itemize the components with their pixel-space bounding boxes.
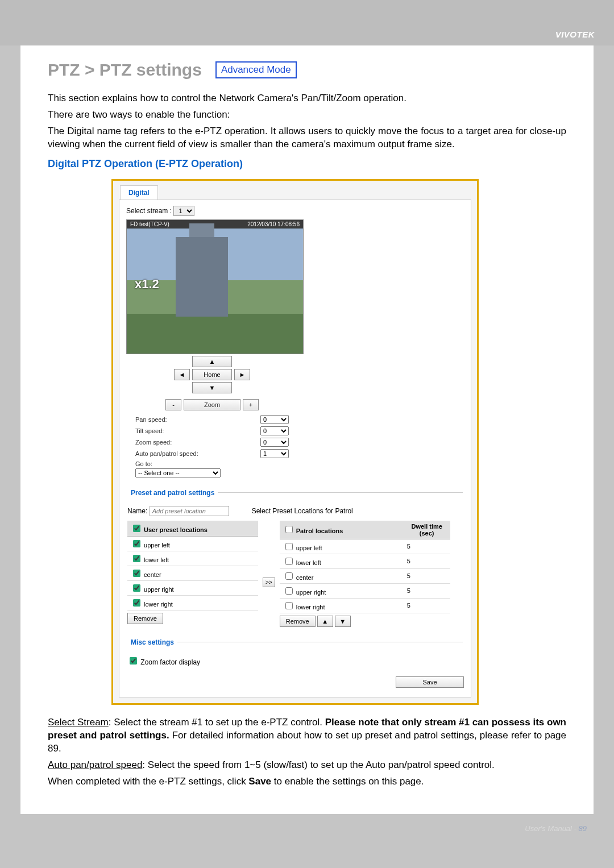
- preset-label: lower right: [144, 601, 173, 608]
- dwell-value: 5: [404, 539, 450, 554]
- patrol-header-checkbox[interactable]: [285, 526, 293, 533]
- save-button[interactable]: Save: [396, 676, 464, 688]
- text: When completed with the e-PTZ settings, …: [48, 776, 248, 787]
- auto-speed-head: Auto pan/patrol speed: [48, 759, 142, 770]
- zoom-speed-label: Zoom speed:: [135, 439, 172, 446]
- preset-checkbox[interactable]: [133, 599, 140, 607]
- preset-name-input[interactable]: [150, 506, 229, 516]
- auto-speed-select[interactable]: 1: [260, 449, 289, 458]
- user-preset-header: User preset locations: [144, 526, 208, 533]
- auto-speed-label: Auto pan/patrol speed:: [135, 450, 198, 457]
- tab-digital[interactable]: Digital: [120, 185, 158, 200]
- tilt-speed-select[interactable]: 0: [260, 426, 289, 435]
- patrol-label: lower left: [296, 559, 321, 566]
- zoom-in-button[interactable]: +: [243, 399, 259, 410]
- dwell-value: 5: [404, 554, 450, 568]
- patrol-checkbox[interactable]: [285, 587, 293, 595]
- preset-label: lower left: [144, 556, 169, 563]
- goto-label: Go to:: [135, 460, 289, 467]
- patrol-label: center: [296, 574, 314, 581]
- footer: User's Manual - 89: [0, 814, 614, 867]
- dwell-value: 5: [404, 598, 450, 613]
- select-stream-dropdown[interactable]: 1: [173, 206, 194, 216]
- preset-patrol-legend: Preset and patrol settings: [127, 489, 218, 497]
- mode-tag: Advanced Mode: [215, 61, 297, 78]
- misc-settings-legend: Misc settings: [127, 638, 177, 646]
- dwell-header: Dwell time (sec): [404, 521, 450, 539]
- zoom-out-button[interactable]: -: [165, 399, 181, 410]
- tilt-up-button[interactable]: ▲: [192, 356, 232, 367]
- patrol-checkbox[interactable]: [285, 543, 293, 550]
- ptz-controls: ▲ ◄ Home ► ▼ - Zoom + Pan speed: 0: [135, 354, 289, 477]
- table-row: upper right: [127, 580, 258, 595]
- section-heading: Digital PTZ Operation (E-PTZ Operation): [48, 158, 566, 170]
- dpad: ▲ ◄ Home ► ▼: [135, 356, 289, 393]
- dwell-value: 5: [404, 568, 450, 583]
- table-row: upper left: [127, 536, 258, 551]
- video-timestamp: 2012/03/10 17:08:56: [247, 221, 300, 227]
- zoom-factor-display-label: Zoom factor display: [140, 658, 200, 666]
- add-to-patrol-button[interactable]: >>: [263, 578, 275, 587]
- patrol-table: Patrol locations Dwell time (sec) upper …: [280, 521, 450, 613]
- patrol-header: Patrol locations: [296, 528, 343, 534]
- save-line-paragraph: When completed with the e-PTZ settings, …: [48, 775, 566, 788]
- table-row: lower right: [127, 595, 258, 610]
- intro-line-2: There are two ways to enable the functio…: [48, 109, 566, 122]
- select-stream-row: Select stream : 1: [126, 206, 464, 216]
- text: : Select the stream #1 to set up the e-P…: [109, 717, 325, 728]
- select-stream-head: Select Stream: [48, 717, 109, 728]
- page-title: PTZ > PTZ settings: [48, 60, 202, 80]
- pan-right-button[interactable]: ►: [234, 369, 250, 380]
- pan-speed-select[interactable]: 0: [260, 415, 289, 424]
- table-row: upper left5: [280, 539, 450, 554]
- table-row: lower right5: [280, 598, 450, 613]
- preset-checkbox[interactable]: [133, 584, 140, 592]
- patrol-remove-button[interactable]: Remove: [280, 616, 316, 627]
- preset-patrol-group: Preset and patrol settings Name: Select …: [127, 489, 463, 627]
- patrol-checkbox[interactable]: [285, 602, 293, 609]
- zoom-label: Zoom: [184, 399, 240, 410]
- select-stream-label: Select stream :: [126, 207, 172, 215]
- page-number: 89: [579, 824, 587, 833]
- select-patrol-label: Select Preset Locations for Patrol: [252, 507, 353, 515]
- user-preset-remove-button[interactable]: Remove: [127, 613, 163, 624]
- misc-settings-group: Misc settings Zoom factor display: [127, 638, 463, 666]
- select-stream-paragraph: Select Stream: Select the stream #1 to s…: [48, 716, 566, 755]
- preset-label: upper right: [144, 586, 174, 593]
- video-preview: FD test(TCP-V) 2012/03/10 17:08:56 x1.2: [126, 219, 304, 354]
- patrol-move-down-button[interactable]: ▼: [335, 616, 351, 627]
- eptz-panel: Digital Select stream : 1 FD test(TCP-V)…: [111, 179, 479, 705]
- preset-label: center: [144, 571, 161, 578]
- home-button[interactable]: Home: [192, 369, 232, 380]
- patrol-checkbox[interactable]: [285, 572, 293, 580]
- text: : Select the speed from 1~5 (slow/fast) …: [142, 759, 494, 770]
- dwell-value: 5: [404, 583, 450, 598]
- patrol-checkbox[interactable]: [285, 558, 293, 565]
- pan-left-button[interactable]: ◄: [174, 369, 190, 380]
- user-preset-header-checkbox[interactable]: [133, 525, 140, 532]
- name-label: Name:: [127, 507, 147, 515]
- patrol-label: lower right: [296, 604, 325, 610]
- tilt-down-button[interactable]: ▼: [192, 382, 232, 393]
- user-preset-table: User preset locations upper left lower l…: [127, 521, 258, 610]
- brand-label: VIVOTEK: [555, 30, 595, 39]
- preset-checkbox[interactable]: [133, 555, 140, 562]
- page-body: PTZ > PTZ settings Advanced Mode This se…: [20, 45, 594, 814]
- table-row: center5: [280, 568, 450, 583]
- preset-checkbox[interactable]: [133, 570, 140, 577]
- patrol-label: upper left: [296, 545, 322, 551]
- intro-line-1: This section explains how to control the…: [48, 92, 566, 105]
- panel-inner: Select stream : 1 FD test(TCP-V) 2012/03…: [119, 200, 471, 697]
- table-row: lower left: [127, 551, 258, 566]
- video-title: FD test(TCP-V): [130, 221, 169, 227]
- goto-select[interactable]: -- Select one --: [135, 468, 221, 477]
- table-row: upper right5: [280, 583, 450, 598]
- zoom-speed-select[interactable]: 0: [260, 438, 289, 447]
- patrol-move-up-button[interactable]: ▲: [317, 616, 333, 627]
- preset-checkbox[interactable]: [133, 540, 140, 547]
- zoom-factor-display-checkbox[interactable]: [130, 657, 137, 665]
- video-scene: [176, 237, 228, 317]
- table-row: center: [127, 566, 258, 580]
- tilt-speed-label: Tilt speed:: [135, 427, 164, 434]
- intro-paragraph: The Digital name tag refers to the e-PTZ…: [48, 125, 566, 151]
